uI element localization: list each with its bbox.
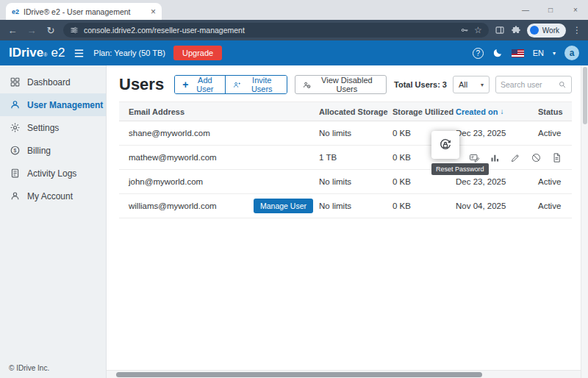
cell-allocated: No limits [319, 129, 392, 138]
browser-profile-chip[interactable]: Work [527, 24, 566, 38]
search-icon [558, 80, 567, 89]
cell-status: Active [538, 129, 572, 138]
sidebar-item-label: Dashboard [27, 77, 71, 88]
cell-allocated: No limits [319, 177, 392, 186]
password-key-icon[interactable] [460, 26, 469, 35]
menu-hamburger-icon[interactable] [73, 47, 85, 60]
cell-email: williams@myworld.com Manage User [119, 199, 319, 213]
sidebar-item-label: User Management [27, 100, 103, 110]
dark-mode-moon-icon[interactable] [492, 48, 503, 58]
browser-menu-icon[interactable]: ⋮ [572, 25, 582, 35]
language-selector[interactable]: EN [533, 49, 544, 57]
browser-tab[interactable]: e2 IDrive® e2 - User management × [6, 3, 162, 20]
extensions-puzzle-icon[interactable] [511, 25, 521, 35]
table-row[interactable]: mathew@myworld.com 1 TB 0 KB [119, 146, 572, 170]
invite-users-button[interactable]: Invite Users [225, 76, 286, 93]
window-controls: — □ × [513, 0, 588, 20]
col-header-created[interactable]: Created on ↓ [456, 107, 538, 116]
sidebar-item-dashboard[interactable]: Dashboard [0, 71, 106, 93]
sidebar-item-label: Activity Logs [27, 168, 76, 179]
sidebar-item-user-management[interactable]: User Management [0, 93, 106, 116]
vertical-scrollbar[interactable] [581, 65, 588, 378]
reset-password-lock-icon [438, 138, 453, 152]
logo-brand: IDrive [9, 46, 43, 60]
table-row[interactable]: john@myworld.com No limits 0 KB Dec 23, … [119, 170, 572, 194]
side-panel-icon[interactable] [495, 25, 505, 35]
reset-password-button[interactable] [431, 131, 459, 159]
cell-created: Dec 23, 2025 [456, 177, 538, 186]
main-content: Users + Add User Invite Users View Disab… [107, 65, 581, 378]
dashboard-icon [10, 76, 21, 88]
sidebar-item-label: Settings [27, 123, 59, 133]
minimize-icon[interactable]: — [513, 0, 538, 20]
view-disabled-users-button[interactable]: View Disabled Users [295, 75, 387, 94]
site-info-icon[interactable] [70, 26, 79, 35]
sidebar-item-billing[interactable]: $ Billing [0, 139, 106, 162]
cell-allocated: No limits [319, 202, 392, 210]
row-action-icons [456, 152, 572, 163]
activity-logs-icon [10, 168, 21, 179]
copyright-footer: © IDrive Inc. [9, 364, 49, 372]
cell-created: Nov 04, 2025 [456, 202, 538, 210]
table-header-row: Email Address Allocated Storage Storage … [119, 101, 572, 121]
cell-email: john@myworld.com [119, 177, 319, 186]
table-row[interactable]: williams@myworld.com Manage User No limi… [119, 194, 572, 218]
back-icon[interactable]: ← [6, 25, 19, 36]
cell-status: Active [538, 202, 572, 210]
disable-user-icon[interactable] [531, 152, 542, 163]
account-icon [10, 190, 21, 202]
chevron-down-icon: ▾ [481, 82, 484, 88]
logo-registered-mark: ® [43, 52, 47, 57]
forward-icon[interactable]: → [25, 25, 38, 36]
plan-label: Plan: Yearly (50 TB) [93, 49, 165, 57]
table-row[interactable]: shane@myworld.com No limits 0 KB Dec 23,… [119, 121, 572, 146]
help-icon[interactable]: ? [473, 48, 484, 59]
url-text: console.idrive2.com/reseller-user-manage… [84, 26, 455, 35]
manage-user-button[interactable]: Manage User [254, 199, 313, 213]
invite-user-icon [233, 80, 240, 90]
manage-plan-icon[interactable] [469, 152, 480, 163]
account-avatar[interactable]: a [564, 46, 579, 60]
idrive-logo[interactable]: IDrive®e2 [9, 46, 65, 60]
billing-icon: $ [10, 145, 21, 156]
search-input[interactable] [501, 80, 555, 89]
sidebar-item-settings[interactable]: Settings [0, 116, 106, 139]
reset-password-tooltip: Reset Password [431, 163, 489, 175]
cell-status: Active [538, 177, 572, 186]
col-header-utilized: Storage Utilized [392, 107, 456, 116]
disabled-user-icon [303, 80, 311, 90]
url-bar[interactable]: console.idrive2.com/reseller-user-manage… [63, 23, 489, 38]
edit-pencil-icon[interactable] [510, 152, 521, 163]
profile-avatar-icon [530, 26, 539, 35]
logo-product: e2 [51, 46, 65, 60]
upgrade-button[interactable]: Upgrade [173, 46, 222, 60]
user-filter-select[interactable]: All ▾ [453, 76, 490, 93]
col-header-status: Status [538, 107, 572, 116]
add-user-button[interactable]: + Add User [175, 76, 225, 93]
maximize-icon[interactable]: □ [538, 0, 563, 20]
horizontal-scrollbar[interactable] [107, 370, 581, 378]
us-flag-icon [512, 49, 524, 57]
user-actions-group: + Add User Invite Users [174, 75, 287, 94]
sidebar-item-my-account[interactable]: My Account [0, 185, 106, 207]
reload-icon[interactable]: ↻ [44, 25, 57, 36]
page-body: Dashboard User Management Settings $ Bil… [0, 65, 588, 378]
horizontal-scrollbar-thumb[interactable] [116, 372, 482, 377]
browser-addressbar: ← → ↻ console.idrive2.com/reseller-user-… [0, 20, 588, 40]
tab-close-icon[interactable]: × [151, 7, 156, 17]
close-icon[interactable]: × [563, 0, 588, 20]
cell-utilized: 0 KB [392, 177, 456, 186]
user-logs-icon[interactable] [551, 152, 562, 163]
vertical-scrollbar-thumb[interactable] [583, 67, 587, 124]
usage-stats-icon[interactable] [490, 152, 501, 163]
browser-tabstrip: e2 IDrive® e2 - User management × — □ × [0, 0, 588, 20]
app-header: IDrive®e2 Plan: Yearly (50 TB) Upgrade ?… [0, 40, 588, 65]
language-caret-icon[interactable]: ▾ [553, 50, 556, 57]
users-icon [10, 99, 21, 110]
cell-created: Dec 23, 2025 [456, 129, 538, 138]
page-title: Users [119, 75, 164, 94]
toolbar-right-cluster: Total Users: 3 All ▾ [394, 76, 573, 93]
users-table: Email Address Allocated Storage Storage … [119, 101, 572, 218]
bookmark-star-icon[interactable]: ☆ [474, 25, 482, 35]
sidebar-item-activity-logs[interactable]: Activity Logs [0, 162, 106, 185]
